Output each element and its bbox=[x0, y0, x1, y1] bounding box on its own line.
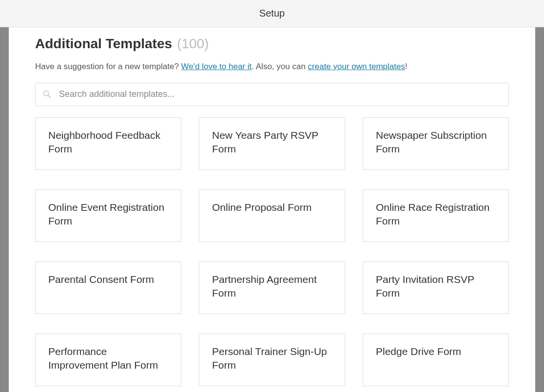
template-name: Newspaper Subscription Form bbox=[376, 129, 496, 156]
page-header: Setup bbox=[0, 0, 544, 27]
page-title: Additional Templates bbox=[35, 36, 172, 52]
main-panel: Additional Templates (100) Have a sugges… bbox=[9, 27, 535, 392]
template-card[interactable]: Party Invitation RSVP Form bbox=[363, 261, 509, 314]
template-name: Neighborhood Feedback Form bbox=[48, 129, 168, 156]
subtitle-prefix: Have a suggestion for a new template? bbox=[35, 62, 181, 71]
template-card[interactable]: Online Race Registration Form bbox=[363, 189, 509, 242]
template-card[interactable]: Parental Consent Form bbox=[35, 261, 181, 314]
template-name: Parental Consent Form bbox=[48, 273, 168, 286]
header-title: Setup bbox=[259, 8, 285, 19]
template-card[interactable]: Neighborhood Feedback Form bbox=[35, 117, 181, 170]
template-name: Partnership Agreement Form bbox=[212, 273, 332, 300]
templates-grid: Neighborhood Feedback Form New Years Par… bbox=[35, 116, 509, 386]
template-card[interactable]: Online Event Registration Form bbox=[35, 189, 181, 242]
content-header: Additional Templates (100) Have a sugges… bbox=[9, 36, 535, 106]
left-gutter bbox=[0, 27, 9, 392]
template-name: Online Proposal Form bbox=[212, 201, 332, 214]
template-card[interactable]: Partnership Agreement Form bbox=[199, 261, 345, 314]
template-name: Personal Trainer Sign-Up Form bbox=[212, 345, 332, 373]
template-card[interactable]: Newspaper Subscription Form bbox=[363, 117, 509, 170]
templates-scroll-region[interactable]: Neighborhood Feedback Form New Years Par… bbox=[9, 116, 535, 386]
template-name: Performance Improvement Plan Form bbox=[48, 345, 168, 373]
create-templates-link[interactable]: create your own templates bbox=[308, 62, 405, 71]
template-name: Online Event Registration Form bbox=[48, 201, 168, 228]
template-card[interactable]: Performance Improvement Plan Form bbox=[35, 334, 181, 386]
template-name: Party Invitation RSVP Form bbox=[376, 273, 496, 300]
template-name: Pledge Drive Form bbox=[376, 345, 496, 358]
right-gutter bbox=[535, 27, 544, 392]
search-input[interactable] bbox=[35, 83, 509, 106]
template-count: (100) bbox=[177, 36, 209, 52]
template-card[interactable]: Personal Trainer Sign-Up Form bbox=[199, 334, 345, 386]
suggestion-link[interactable]: We'd love to hear it bbox=[181, 62, 252, 71]
outer-container: Additional Templates (100) Have a sugges… bbox=[0, 27, 544, 392]
template-name: New Years Party RSVP Form bbox=[212, 129, 332, 156]
subtitle: Have a suggestion for a new template? We… bbox=[35, 60, 509, 73]
title-row: Additional Templates (100) bbox=[35, 36, 509, 52]
subtitle-mid: . Also, you can bbox=[252, 62, 308, 71]
subtitle-suffix: ! bbox=[405, 62, 408, 71]
template-card[interactable]: Online Proposal Form bbox=[199, 189, 345, 242]
search-wrap bbox=[35, 83, 509, 106]
template-card[interactable]: Pledge Drive Form bbox=[363, 334, 509, 386]
search-icon bbox=[42, 89, 53, 100]
template-name: Online Race Registration Form bbox=[376, 201, 496, 228]
template-card[interactable]: New Years Party RSVP Form bbox=[199, 117, 345, 170]
